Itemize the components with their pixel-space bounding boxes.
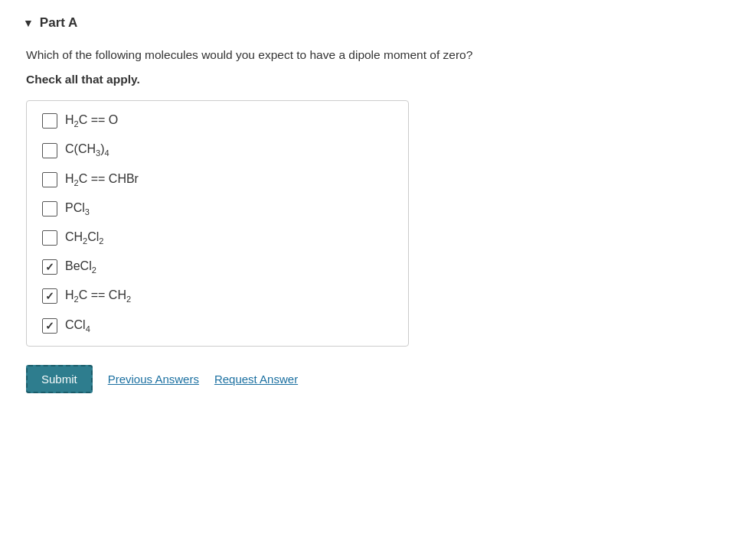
checkbox-opt6[interactable]: [42, 259, 57, 275]
option-label-opt1: H2C == O: [65, 113, 118, 129]
list-item: CH2Cl2: [42, 230, 393, 246]
submit-button[interactable]: Submit: [26, 365, 93, 393]
list-item: H2C == CHBr: [42, 172, 393, 187]
request-answer-link[interactable]: Request Answer: [214, 373, 298, 386]
list-item: PCl3: [42, 201, 393, 217]
part-header: ▼ Part A: [23, 15, 722, 31]
list-item: H2C == O: [42, 113, 393, 129]
option-label-opt5: CH2Cl2: [65, 230, 103, 246]
part-title: Part A: [40, 15, 77, 31]
option-label-opt3: H2C == CHBr: [65, 172, 139, 187]
checkbox-opt8[interactable]: [42, 318, 57, 334]
option-label-opt7: H2C == CH2: [65, 288, 131, 304]
question-text: Which of the following molecules would y…: [26, 46, 722, 63]
list-item: CCl4: [42, 318, 393, 334]
checkbox-opt3[interactable]: [42, 172, 57, 187]
check-all-label: Check all that apply.: [26, 73, 722, 86]
page-container: ▼ Part A Which of the following molecule…: [0, 0, 745, 560]
option-label-opt4: PCl3: [65, 201, 90, 217]
options-box: H2C == O C(CH3)4 H2C == CHBr PCl3 CH2Cl2…: [26, 100, 409, 347]
option-label-opt8: CCl4: [65, 318, 90, 334]
checkbox-opt2[interactable]: [42, 143, 57, 158]
checkbox-opt7[interactable]: [42, 288, 57, 304]
checkbox-opt1[interactable]: [42, 113, 57, 129]
list-item: H2C == CH2: [42, 288, 393, 304]
option-label-opt2: C(CH3)4: [65, 142, 109, 158]
previous-answers-link[interactable]: Previous Answers: [108, 373, 199, 386]
option-label-opt6: BeCl2: [65, 259, 96, 275]
list-item: BeCl2: [42, 259, 393, 275]
list-item: C(CH3)4: [42, 142, 393, 158]
checkbox-opt4[interactable]: [42, 201, 57, 217]
checkbox-opt5[interactable]: [42, 230, 57, 246]
chevron-down-icon[interactable]: ▼: [23, 17, 34, 29]
footer-row: Submit Previous Answers Request Answer: [26, 365, 722, 393]
